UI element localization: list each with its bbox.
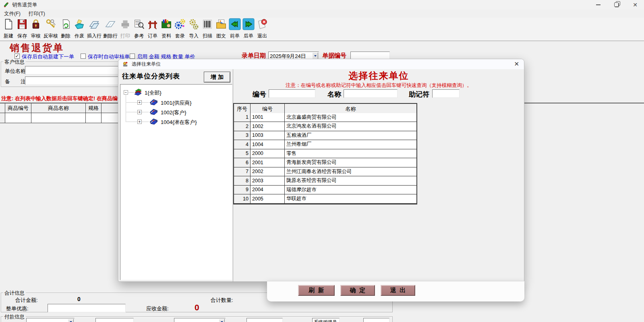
cell-code[interactable]: 1002 (251, 122, 285, 131)
cell-code[interactable]: 1001 (251, 113, 285, 122)
toolbar-batch-button[interactable]: 套录 (173, 18, 187, 39)
auto-new-label[interactable]: 保存后自动新建下一单 (22, 53, 74, 60)
toolbar-prev-button[interactable]: 前单 (228, 18, 242, 39)
cell-code[interactable]: 2002 (251, 167, 285, 177)
cell-code[interactable]: 2000 (251, 149, 285, 159)
cell-name[interactable]: 青海新发商贸有限公司 (285, 158, 416, 167)
toolbar-exit-button[interactable]: 退出 (255, 18, 269, 39)
dialog-footer: 刷 新 确 定 退 出 (267, 281, 524, 301)
restore-button[interactable] (607, 0, 626, 10)
payment-last-input[interactable] (363, 318, 389, 322)
receivable-value: 0 (195, 303, 199, 312)
payment-method-input[interactable] (174, 318, 226, 322)
cell-code[interactable]: 2003 (251, 176, 285, 186)
toolbar-order-button[interactable]: 订单 (146, 18, 159, 39)
cell-name[interactable]: 北京鸿发名酒有限公司 (285, 122, 416, 131)
menu-file[interactable]: 文件(F) (0, 10, 25, 18)
exit-button[interactable]: 退 出 (381, 285, 415, 296)
table-row[interactable]: 8 (234, 176, 251, 186)
cell-name[interactable]: 零售 (285, 149, 416, 159)
category-tree[interactable]: − 1{全部} + 1001{供应商} + 1002{客户} + (120, 84, 232, 280)
grid-cell[interactable] (5, 113, 31, 123)
toolbar-data-button[interactable]: 资料 (159, 18, 173, 39)
mnemonic-filter-input[interactable] (432, 89, 460, 98)
gears-blue-icon (174, 18, 186, 32)
grid-header-code[interactable]: 商品编号 (5, 103, 31, 113)
dialog-close-icon[interactable]: ✕ (514, 60, 519, 68)
cell-code[interactable]: 2001 (251, 158, 285, 167)
minimize-button[interactable] (589, 0, 607, 10)
table-row[interactable]: 1 (234, 113, 251, 122)
name-filter-input[interactable] (344, 89, 398, 98)
grid-header-spec[interactable]: 规格 (86, 103, 101, 113)
date-dropdown-icon[interactable] (312, 52, 318, 59)
tree-collapse-icon[interactable]: − (124, 90, 128, 95)
dropdown-icon[interactable] (68, 319, 74, 322)
tree-node-potential[interactable]: 1004{潜在客户} (161, 119, 197, 126)
cell-name[interactable]: 北京鑫盛商贸有限公司 (285, 113, 416, 122)
enable-fields-checkbox[interactable] (130, 54, 135, 59)
tree-expand-icon[interactable]: + (137, 120, 142, 124)
payment-extra-input[interactable] (246, 318, 283, 322)
close-button[interactable]: ✕ (626, 0, 644, 10)
menu-print[interactable]: 打印(T) (25, 10, 49, 18)
table-row[interactable]: 6 (234, 158, 251, 167)
toolbar-new-button[interactable]: 新建 (2, 18, 15, 39)
printer-icon (119, 18, 131, 32)
tree-node-all[interactable]: 1{全部} (145, 89, 162, 97)
dropdown-icon[interactable] (219, 319, 225, 322)
table-row[interactable]: 5 (234, 149, 251, 159)
books-stack-icon (134, 88, 143, 98)
payment-account-input[interactable] (26, 318, 75, 322)
cell-code[interactable]: 1004 (251, 140, 285, 149)
folder-books-icon (160, 18, 172, 32)
code-filter-input[interactable] (269, 89, 315, 98)
discount-input[interactable] (48, 304, 126, 312)
toolbar-audit-button[interactable]: 审核 (29, 18, 43, 39)
table-row[interactable]: 10 (234, 194, 251, 204)
cell-code[interactable]: 2004 (251, 186, 285, 195)
tree-connector (126, 93, 126, 122)
grid-header-name[interactable]: 商品名称 (31, 103, 86, 113)
tree-node-supplier[interactable]: 1001{供应商} (161, 99, 192, 107)
toolbar-scan-button[interactable]: 扫描 (201, 18, 214, 39)
toolbar-reference-button[interactable]: 80014104 参考 (132, 18, 146, 39)
table-row[interactable]: 7 (234, 167, 251, 177)
table-row[interactable]: 9 (234, 186, 251, 195)
toolbar-import-button[interactable]: 导入 (187, 18, 201, 39)
auto-audit-checkbox[interactable] (81, 54, 86, 59)
tree-expand-icon[interactable]: + (137, 100, 142, 105)
cell-code[interactable]: 2005 (251, 194, 285, 204)
cell-code[interactable]: 1003 (251, 131, 285, 140)
toolbar-unaudit-button[interactable]: 反审核 (43, 18, 59, 39)
tree-node-customer[interactable]: 1002{客户} (161, 109, 186, 116)
operator-combo[interactable]: 系统管理员 (312, 318, 340, 322)
payment-amount-input[interactable] (95, 318, 134, 322)
cell-name[interactable]: 陇原名茶经营有限公司 (285, 176, 416, 186)
cell-name[interactable]: 五粮液酒厂 (285, 131, 416, 140)
table-row[interactable]: 2 (234, 122, 251, 131)
grid-cell[interactable] (31, 113, 86, 123)
toolbar-image-button[interactable]: 图文 (214, 18, 228, 39)
auto-new-checkbox[interactable]: ✓ (14, 54, 20, 59)
grid-cell[interactable] (86, 113, 101, 123)
table-row[interactable]: 3 (234, 131, 251, 140)
toolbar-void-button[interactable]: 作废 (72, 18, 86, 39)
cell-name[interactable]: 瑞德摩尔超市 (285, 186, 416, 195)
grid-row-selector[interactable] (0, 113, 5, 123)
ok-button[interactable]: 确 定 (340, 285, 375, 296)
total-amount-label: 合计金额: (15, 297, 38, 304)
app-window: 销售退货单 ✕ 文件(F) 打印(T) 新建 保存 审核 反审核 删除 (0, 0, 644, 322)
toolbar-delete-button[interactable]: 删除 (59, 18, 72, 39)
cell-name[interactable]: 兰州江南春名酒经营有限公司 (285, 167, 416, 177)
cell-name[interactable]: 华联超市 (285, 194, 416, 204)
toolbar-save-button[interactable]: 保存 (15, 18, 29, 39)
cell-name[interactable]: 兰州卷烟厂 (285, 140, 416, 149)
toolbar-delete-row-button[interactable]: 删除行 (102, 18, 118, 39)
toolbar-insert-row-button[interactable]: 插入行 (86, 18, 102, 39)
table-row[interactable]: 4 (234, 140, 251, 149)
toolbar-next-button[interactable]: 后单 (242, 18, 255, 39)
add-category-button[interactable]: 增 加 (204, 72, 230, 83)
refresh-button[interactable]: 刷 新 (298, 285, 335, 296)
tree-expand-icon[interactable]: + (137, 110, 142, 114)
